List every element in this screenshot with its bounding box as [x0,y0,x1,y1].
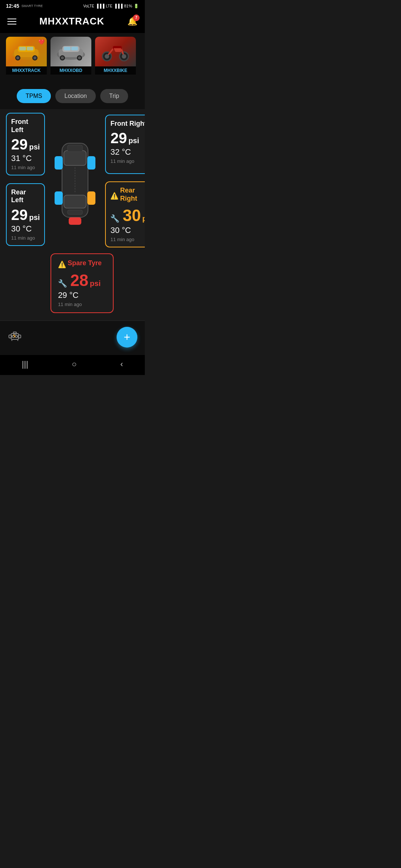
svg-rect-29 [87,156,95,170]
svg-point-39 [15,335,17,338]
notification-button[interactable]: 🔔 7 [127,17,137,26]
tire-card-front-right[interactable]: Front Right 29 psi 32 °C 11 min ago [105,115,145,174]
tire-label-spare: Spare Tyre [68,259,102,267]
signal1-bars: ▐▐▐ [96,4,104,8]
svg-point-13 [61,56,64,59]
svg-point-6 [33,56,36,59]
tire-layout: Front Left 29 psi 31 °C 11 min ago [6,113,139,313]
tire-card-rear-right[interactable]: ⚠️ Rear Right 🔧 30 psi 30 °C 11 min ago [105,181,145,247]
vehicle-label-mhxxobd: MHXXOBD [50,66,91,75]
svg-rect-27 [68,210,82,214]
svg-rect-8 [27,47,33,50]
notification-badge: 7 [133,14,140,21]
tire-temp-spare: 29 °C [58,290,106,300]
tire-time-rl: 11 min ago [11,235,40,241]
tire-psi-spare: 28 [70,271,88,290]
svg-point-15 [78,56,81,59]
tpms-content: Front Left 29 psi 31 °C 11 min ago [0,109,145,320]
tab-location[interactable]: Location [55,89,96,103]
signal2-bars: ▐▐▐ [114,4,123,8]
tire-label-rr: Rear Right [120,187,145,203]
menu-button[interactable] [7,19,16,24]
svg-point-4 [16,56,19,59]
nav-bar: ||| ○ ‹ [0,355,145,375]
svg-rect-26 [68,145,82,152]
tire-unit-rl: psi [29,213,40,222]
tire-unit-spare: psi [90,279,101,288]
tire-psi-rr: 30 [123,206,141,225]
signal1-label: VoLTE [83,4,94,8]
svg-rect-30 [55,191,63,205]
app-title: MHXXTRACK [39,16,104,27]
sensor-icon-rr: 🔧 [110,214,120,223]
tire-time-spare: 11 min ago [58,302,106,307]
status-icons: VoLTE ▐▐▐ LTE ▐▐▐ 81% 🔋 [83,4,139,9]
tab-tpms[interactable]: TPMS [17,89,51,103]
tire-label-fl: Front Left [11,118,40,134]
tire-unit-rr: psi [142,214,145,223]
tire-card-spare[interactable]: ⚠️ Spare Tyre 🔧 28 psi 29 °C 11 min ago [50,253,114,313]
svg-rect-28 [55,156,63,170]
tire-psi-fr: 29 [110,130,127,147]
vehicle-card-mhxxbike[interactable]: MHXXBIKE [95,37,136,79]
tire-temp-fr: 32 °C [110,147,145,157]
tire-time-fl: 11 min ago [11,165,40,170]
engine-icon [7,328,22,346]
svg-point-21 [105,54,109,59]
brand-label: SMART TYRE [22,4,43,8]
tire-header-rr: ⚠️ Rear Right [110,187,145,205]
vehicle-label-mhxxbike: MHXXBIKE [95,66,136,75]
svg-rect-24 [64,151,86,165]
tire-psi-row-fr: 29 psi [110,130,145,147]
svg-rect-25 [64,195,86,208]
svg-rect-17 [71,47,78,50]
vehicle-cards: MHXXTRACK ❤️ MHXXOBD [0,33,145,83]
tire-header-spare: ⚠️ Spare Tyre [58,259,106,270]
nav-back-icon[interactable]: ‹ [120,359,123,369]
favorite-icon: ❤️ [38,39,45,45]
battery-label: 81% [124,4,132,8]
tire-time-fr: 11 min ago [110,158,145,164]
svg-rect-16 [64,47,71,50]
sensor-icon-spare: 🔧 [58,279,67,288]
tire-time-rr: 11 min ago [110,237,145,242]
tire-unit-fl: psi [29,143,40,151]
tire-psi-fl: 29 [11,136,28,153]
tire-temp-rl: 30 °C [11,224,40,234]
tire-card-rear-left[interactable]: Rear Left 29 psi 30 °C 11 min ago [6,183,45,246]
svg-rect-7 [19,47,26,50]
tab-trip[interactable]: Trip [100,89,128,103]
tire-psi-row-fl: 29 psi [11,136,40,153]
vehicle-card-mhxxobd[interactable]: MHXXOBD [50,37,91,79]
svg-rect-31 [87,191,95,205]
tire-label-fr: Front Right [110,120,145,128]
add-button[interactable]: + [117,327,137,348]
tire-psi-row-spare: 🔧 28 psi [58,271,106,290]
svg-rect-32 [69,217,81,225]
tire-psi-row-rr: 🔧 30 psi [110,206,145,225]
vehicle-label-mhxxtrack: MHXXTRACK [6,66,47,75]
signal2-label: LTE [106,4,113,8]
car-diagram [51,132,99,228]
tire-card-front-left[interactable]: Front Left 29 psi 31 °C 11 min ago [6,113,45,175]
nav-home-icon[interactable]: ○ [72,359,76,369]
bottom-bar: + [0,320,145,355]
header: MHXXTRACK 🔔 7 [0,11,145,33]
vehicle-image-white [50,37,91,66]
car-top-view [53,132,97,228]
tire-temp-rr: 30 °C [110,226,145,235]
vehicle-image-bike [95,37,136,66]
tire-unit-fr: psi [128,137,139,145]
vehicle-card-mhxxtrack[interactable]: MHXXTRACK ❤️ [6,37,47,79]
status-bar: 12:45 SMART TYRE VoLTE ▐▐▐ LTE ▐▐▐ 81% 🔋 [0,0,145,11]
tire-psi-rl: 29 [11,207,28,223]
spare-row: ⚠️ Spare Tyre 🔧 28 psi 29 °C 11 min ago [6,253,145,313]
warning-icon-rr: ⚠️ [110,192,118,200]
status-time: 12:45 [6,3,19,9]
svg-point-22 [122,54,126,59]
tire-label-rl: Rear Left [11,188,40,204]
tab-bar: TPMS Location Trip [0,83,145,109]
tire-psi-row-rl: 29 psi [11,207,40,223]
nav-recent-icon[interactable]: ||| [22,359,28,369]
warning-icon-spare: ⚠️ [58,260,66,269]
